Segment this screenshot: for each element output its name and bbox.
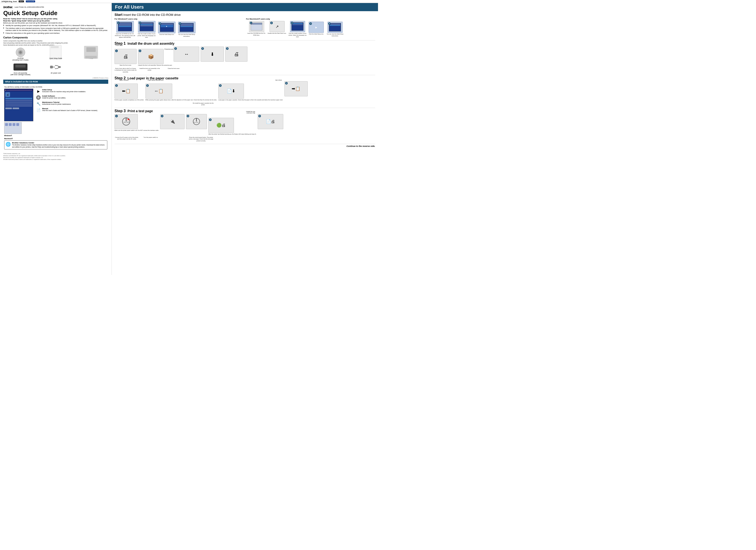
- win-step-2-img: 2: [138, 21, 155, 33]
- mac-finder-win: [251, 23, 262, 30]
- step2-badge-4: 4: [285, 82, 288, 84]
- mac-step-1-desc: Insert the CD-ROM into the CD-ROM drive.: [246, 33, 267, 36]
- maintenance-icon: 🔧: [36, 101, 41, 106]
- step1-desc-1: Open the front cover.: [115, 64, 137, 66]
- mac-step-4-desc: Click the Initial Setup icon.: [309, 33, 324, 35]
- carton-item-printer: Printer: [74, 47, 108, 61]
- win-step-1-badge: 1: [117, 22, 120, 24]
- step3-img-4: 4 🟢🖨: [208, 118, 234, 133]
- model-r1: [140, 23, 153, 24]
- step2-img-3: 3 📄⬇: [218, 84, 244, 99]
- cdrom-item-manual: 📄 Manual View the User's Guide and Netwo…: [36, 108, 107, 113]
- manual-icon: 📄: [36, 108, 41, 113]
- mac-step-4-img: 4 ▶: [309, 22, 324, 33]
- step1-desc-2: Unpack the drum unit assembly. Remove th…: [138, 64, 172, 66]
- file-name: 1470QSG Eng_front: [1, 1, 17, 2]
- win-row-1: [5, 100, 32, 101]
- carton-icon-printer: [84, 47, 98, 57]
- win-titlebar: [4, 89, 33, 91]
- main-layout: brother. Laser Printer HL-1230/1440/1450…: [0, 3, 378, 275]
- solutions-icon: 🌐: [6, 142, 11, 147]
- cassette-pull-icon: ⬅📋: [122, 88, 131, 94]
- step1-section: Step 1 Install the drum unit assembly Fr…: [115, 40, 375, 73]
- screen-r2: [119, 24, 131, 26]
- start-title: Start Insert the CD-ROM into the CD-ROM …: [115, 13, 375, 17]
- windows-steps: 1 Insert the CD-ROM into the CD-ROM driv…: [115, 21, 244, 38]
- cdrom-section: What is included on the CD-ROM: [3, 80, 108, 84]
- step1-badge-4: 4: [201, 47, 204, 50]
- windows-label: For Windows® users only: [115, 18, 244, 20]
- solutions-text: Brother Solutions Center The Brother Sol…: [12, 142, 106, 148]
- step3-img-1: 1 ON OFF: [115, 114, 138, 129]
- step3-label: Step 3: [115, 109, 126, 113]
- cdrom-item-manual-text: Manual View the User's Guide and Network…: [42, 108, 97, 111]
- step2-labeled-img: Protective part 2 📦 Unpack the drum unit…: [138, 47, 172, 66]
- step1-img-4: 4 ⬇: [201, 47, 224, 62]
- carton-item-drum: Drum unit assembly(with toner cartridge …: [3, 62, 38, 75]
- step3-led-area: Unfold the trayextension flap 4 🟢🖨 After…: [208, 114, 256, 135]
- win-step-1-img: 1: [116, 21, 134, 33]
- right-panel: For All Users Start Insert the CD-ROM in…: [112, 3, 378, 275]
- screen-r3: [119, 26, 131, 27]
- step3-power-area: 1 ON OFF Make sure the printer power swi…: [115, 114, 159, 132]
- safety-line2: Read this "Quick Setup Guide" before you…: [3, 20, 108, 22]
- win-row-4: [5, 105, 32, 107]
- step1-captions: Rock it from side to side 5 or 6 times t…: [115, 67, 375, 73]
- cdrom-screenshots: 🖨: [4, 89, 34, 139]
- cdrom-item-install-text: Install Software Install the printer dri…: [42, 95, 66, 99]
- brand-line: brother. Laser Printer HL-1230/1440/1450…: [3, 5, 108, 9]
- carton-label-drum: Drum unit assembly(with toner cartridge …: [10, 72, 30, 75]
- reinsert-cassette-icon: ➡📋: [292, 86, 300, 91]
- carton-item-guide: Quick Setup Guide: [39, 47, 73, 61]
- step3-diagram: 1 ON OFF Make sure the printer power swi…: [115, 114, 375, 135]
- close-cover-icon: 🖨: [234, 51, 239, 57]
- windows-section: For Windows® users only 1: [115, 18, 244, 38]
- printer-icon: [84, 46, 98, 59]
- mac-model-r2: [292, 24, 303, 25]
- mac-icon-3: [13, 123, 15, 126]
- win-cdrom-screen: [118, 22, 132, 31]
- win-step-4-badge: 4: [179, 22, 181, 25]
- win-step-3-img: 3 ▶: [158, 22, 175, 33]
- mac-step-1-img: 1: [249, 21, 264, 32]
- load-paper-icon: 📄⬇: [227, 88, 235, 94]
- unfold-tray-label: Unfold the trayextension flap: [246, 111, 255, 114]
- carton-grid: CD-ROM(including User's Guide) Quick Set…: [3, 47, 108, 75]
- view-r1: [180, 24, 193, 25]
- safety-text: Read the "Safety Sheet" first to ensure …: [3, 18, 108, 34]
- carton-label-cdrom: CD-ROM(including User's Guide): [12, 57, 28, 61]
- mac-step-5: 5 You can view the Initial Setup instruc…: [324, 22, 345, 38]
- brother-logo: brother.: [3, 5, 13, 9]
- cdrom-item-install-software: Install Software Install the printer dri…: [36, 95, 107, 100]
- top-bar: 1470QSG Eng_front Black Pantone285: [0, 0, 378, 3]
- mac-label: For Macintosh® users only: [246, 18, 375, 20]
- step2-desc-2: While pressing the paper guide release l…: [145, 99, 217, 101]
- mac-step-2-img: 2 ↗: [270, 21, 285, 32]
- step2-img-4: 4 ➡📋: [284, 81, 308, 96]
- drum-unpack-icon: 📦: [148, 54, 154, 59]
- step2-badge-3: 3: [219, 84, 222, 87]
- cdrom-item-maintenance-text: Maintenance Tutorial Instructional movie…: [42, 101, 71, 105]
- step1-diagram: Front cover 1 🖨 Open the front cover. Pr…: [115, 47, 375, 66]
- paper-icon: [50, 45, 61, 59]
- win-step-3-badge: 3: [159, 22, 161, 25]
- mac-screenshot: [4, 122, 22, 134]
- macintosh-label: Macintosh®: [4, 138, 34, 139]
- cdrom-items-list: ▶ Initial Setup Instruction movie for ma…: [36, 89, 107, 139]
- safety-bullet-1: Identify the operating system on your co…: [3, 24, 108, 27]
- safety-line1: Read the "Safety Sheet" first to ensure …: [3, 18, 108, 20]
- win-step-1-desc: Insert the CD-ROM into the CD-ROM drive.…: [115, 33, 135, 38]
- up-to-here-label: Up to here: [275, 79, 282, 81]
- mac-icons: [5, 123, 21, 126]
- win-model-screen: [140, 22, 154, 31]
- step3-desc-4: After the printer has finished warming u…: [208, 133, 256, 135]
- step2-badge-2: 2: [146, 84, 149, 87]
- mac-view-r1: [330, 24, 340, 25]
- carton-icon-guide: [49, 47, 63, 57]
- win-step-2: 2 Click the model number of your printer…: [136, 21, 157, 38]
- part-number: LJ5660001 Printed in China: [3, 77, 108, 79]
- step2-guide-area: Paper guide release lever 2 ↔📋 While pre…: [145, 81, 217, 101]
- step3-section: Step 3 Print a test page 1 ON OFF: [115, 108, 375, 142]
- mac-icon-2: [9, 123, 12, 126]
- mac-step-3: 3 Click the model number of your printer…: [287, 21, 308, 38]
